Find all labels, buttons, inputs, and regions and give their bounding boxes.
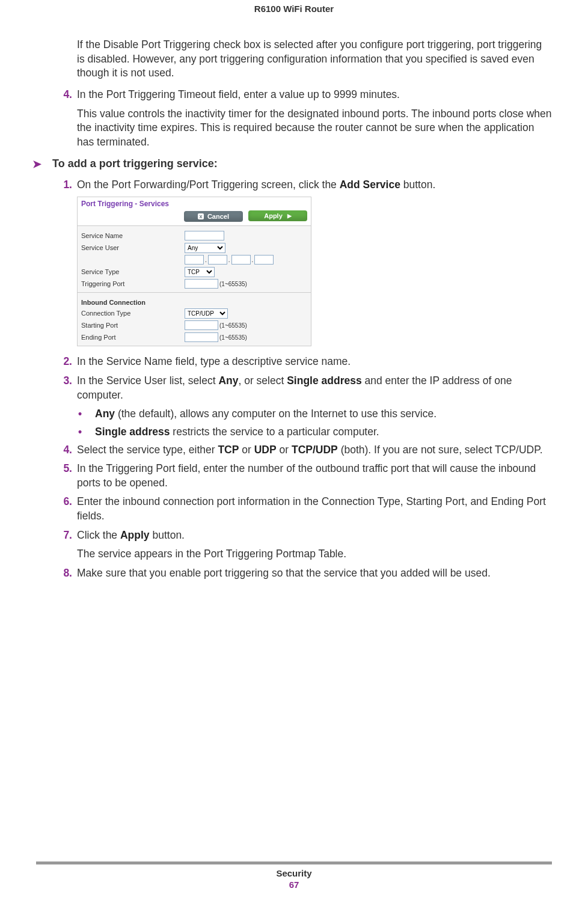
bullet-icon: •: [78, 425, 95, 439]
step-number: 6.: [54, 495, 72, 523]
step-number: 1.: [54, 178, 72, 192]
step-6: 6. Enter the inbound connection port inf…: [54, 495, 552, 523]
ending-port-input[interactable]: [185, 332, 218, 342]
footer-divider: [36, 861, 552, 864]
step-number: 7.: [54, 528, 72, 561]
pre-step-4: 4. In the Port Triggering Timeout field,…: [54, 88, 552, 150]
service-user-label: Service User: [81, 244, 185, 251]
step-5: 5. In the Triggering Port field, enter t…: [54, 462, 552, 490]
triggering-port-label: Triggering Port: [81, 280, 185, 287]
page-footer: Security 67: [36, 861, 552, 890]
step-text-bold2: Single address: [287, 375, 362, 387]
step-text-post: button.: [400, 179, 435, 191]
step-text: In the Triggering Port field, enter the …: [77, 462, 552, 490]
screenshot-port-triggering: Port Triggering - Services x Cancel Appl…: [77, 197, 311, 346]
step-8: 8. Make sure that you enable port trigge…: [54, 566, 552, 581]
step-note: This value controls the inactivity timer…: [77, 107, 552, 150]
triggering-port-input[interactable]: [185, 279, 218, 289]
step-text: In the Service Name field, type a descri…: [77, 355, 552, 369]
step-number: 4.: [54, 443, 72, 457]
step-3-bullet-single: • Single address restricts the service t…: [78, 425, 552, 439]
intro-paragraph: If the Disable Port Triggering check box…: [77, 38, 552, 81]
page-header: R6100 WiFi Router: [36, 0, 552, 38]
step-text: In the Port Triggering Timeout field, en…: [77, 88, 400, 100]
step-note: The service appears in the Port Triggeri…: [77, 547, 552, 561]
close-icon: x: [198, 213, 204, 219]
step-text: Make sure that you enable port triggerin…: [77, 566, 552, 581]
procedure-heading: ➤ To add a port triggering service:: [32, 158, 552, 171]
connection-type-select[interactable]: TCP/UDP: [185, 308, 228, 319]
footer-section: Security: [36, 868, 552, 878]
b: UDP: [254, 444, 277, 456]
t: or: [277, 444, 292, 456]
step-number: 8.: [54, 566, 72, 581]
screenshot-button-row: x Cancel Apply ▶: [78, 209, 311, 226]
screenshot-title: Port Triggering - Services: [78, 197, 311, 209]
step-text-bold: Any: [218, 375, 238, 387]
footer-page-number: 67: [36, 880, 552, 890]
step-3: 3. In the Service User list, select Any,…: [54, 374, 552, 402]
bullet-bold: Single address: [95, 426, 170, 438]
port-range-hint: (1~65535): [219, 322, 247, 329]
step-number: 4.: [54, 88, 72, 150]
step-text-bold: Add Service: [340, 179, 400, 191]
arrow-right-icon: ▶: [287, 213, 292, 219]
port-range-hint: (1~65535): [219, 281, 247, 287]
chevron-right-icon: ➤: [32, 158, 41, 171]
step-text-pre: In the Service User list, select: [77, 375, 218, 387]
step-1: 1. On the Port Forwarding/Port Triggerin…: [54, 178, 552, 192]
b: TCP: [218, 444, 239, 456]
step-text-bold: Apply: [120, 529, 150, 541]
b: TCP/UDP: [292, 444, 338, 456]
bullet-bold: Any: [95, 408, 115, 420]
cancel-label: Cancel: [207, 213, 229, 220]
step-4: 4. Select the service type, either TCP o…: [54, 443, 552, 457]
ip-octet-1[interactable]: [185, 255, 204, 265]
t: or: [239, 444, 254, 456]
starting-port-label: Starting Port: [81, 322, 185, 329]
port-range-hint: (1~65535): [219, 334, 247, 341]
bullet-rest: (the default), allows any computer on th…: [115, 408, 436, 420]
ip-octet-2[interactable]: [208, 255, 227, 265]
service-type-label: Service Type: [81, 268, 185, 275]
step-number: 2.: [54, 355, 72, 369]
step-text-pre: Click the: [77, 529, 120, 541]
step-text-mid: , or select: [238, 375, 287, 387]
procedure-title: To add a port triggering service:: [52, 158, 218, 170]
connection-type-label: Connection Type: [81, 310, 185, 317]
apply-label: Apply: [264, 212, 283, 219]
step-text-post: button.: [150, 529, 185, 541]
ip-octet-3[interactable]: [231, 255, 251, 265]
step-number: 3.: [54, 374, 72, 402]
step-2: 2. In the Service Name field, type a des…: [54, 355, 552, 369]
ip-octet-4[interactable]: [254, 255, 274, 265]
apply-button[interactable]: Apply ▶: [248, 210, 307, 221]
service-name-input[interactable]: [185, 231, 224, 240]
inbound-connection-header: Inbound Connection: [81, 296, 307, 307]
t: (both). If you are not sure, select TCP/…: [338, 444, 543, 456]
step-text-pre: On the Port Forwarding/Port Triggering s…: [77, 179, 340, 191]
service-user-select[interactable]: Any: [185, 243, 225, 253]
cancel-button[interactable]: x Cancel: [184, 211, 243, 222]
step-3-bullet-any: • Any (the default), allows any computer…: [78, 407, 552, 421]
service-type-select[interactable]: TCP: [185, 267, 215, 277]
step-number: 5.: [54, 462, 72, 490]
service-name-label: Service Name: [81, 232, 185, 239]
bullet-rest: restricts the service to a particular co…: [170, 426, 379, 438]
starting-port-input[interactable]: [185, 320, 218, 330]
step-text: Enter the inbound connection port inform…: [77, 495, 552, 523]
t: Select the service type, either: [77, 444, 218, 456]
ending-port-label: Ending Port: [81, 334, 185, 341]
bullet-icon: •: [78, 407, 95, 421]
step-7: 7. Click the Apply button. The service a…: [54, 528, 552, 561]
